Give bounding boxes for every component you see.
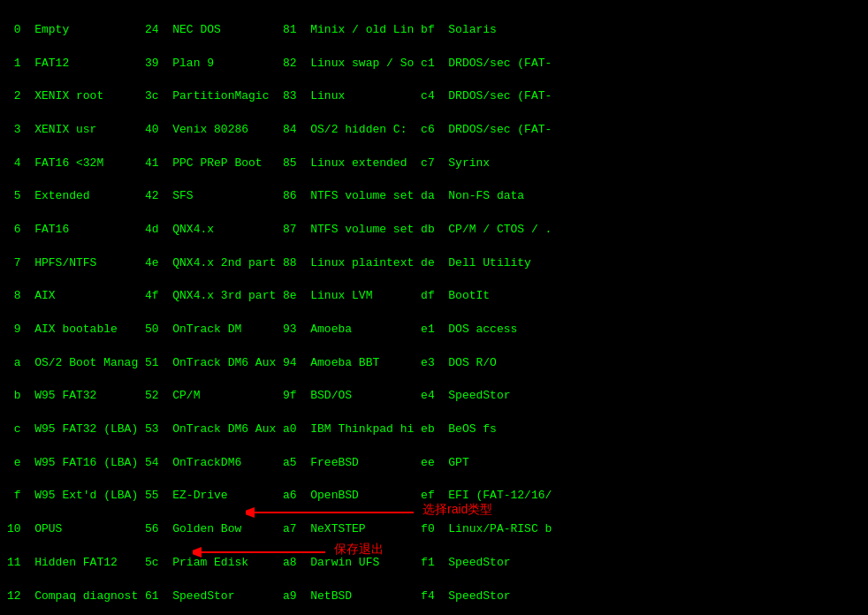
line-4: 4 FAT16 <32M 41 PPC PReP Boot 85 Linux e…: [7, 156, 861, 172]
partition-table: 0 Empty 24 NEC DOS 81 Minix / old Lin bf…: [7, 5, 861, 615]
line-14: f W95 Ext'd (LBA) 55 EZ-Drive a6 OpenBSD…: [7, 488, 861, 505]
line-11: b W95 FAT32 52 CP/M 9f BSD/OS e4 SpeedSt…: [7, 388, 861, 405]
line-2: 2 XENIX root 3c PartitionMagic 83 Linux …: [7, 88, 861, 105]
line-0: 0 Empty 24 NEC DOS 81 Minix / old Lin bf…: [7, 22, 861, 39]
line-17: 12 Compaq diagnost 61 SpeedStor a9 NetBS…: [7, 588, 861, 605]
line-13: e W95 FAT16 (LBA) 54 OnTrackDM6 a5 FreeB…: [7, 455, 861, 472]
line-5: 5 Extended 42 SFS 86 NTFS volume set da …: [7, 188, 861, 205]
line-16: 11 Hidden FAT12 5c Priam Edisk a8 Darwin…: [7, 555, 861, 572]
line-6: 6 FAT16 4d QNX4.x 87 NTFS volume set db …: [7, 222, 861, 239]
line-9: 9 AIX bootable 50 OnTrack DM 93 Amoeba e…: [7, 322, 861, 338]
line-15: 10 OPUS 56 Golden Bow a7 NeXTSTEP f0 Lin…: [7, 521, 861, 538]
line-10: a OS/2 Boot Manag 51 OnTrack DM6 Aux 94 …: [7, 355, 861, 372]
line-12: c W95 FAT32 (LBA) 53 OnTrack DM6 Aux a0 …: [7, 421, 861, 438]
line-8: 8 AIX 4f QNX4.x 3rd part 8e Linux LVM df…: [7, 288, 861, 305]
line-7: 7 HPFS/NTFS 4e QNX4.x 2nd part 88 Linux …: [7, 255, 861, 272]
line-1: 1 FAT12 39 Plan 9 82 Linux swap / So c1 …: [7, 56, 861, 72]
terminal-window: 0 Empty 24 NEC DOS 81 Minix / old Lin bf…: [7, 5, 861, 610]
line-3: 3 XENIX usr 40 Venix 80286 84 OS/2 hidde…: [7, 122, 861, 139]
